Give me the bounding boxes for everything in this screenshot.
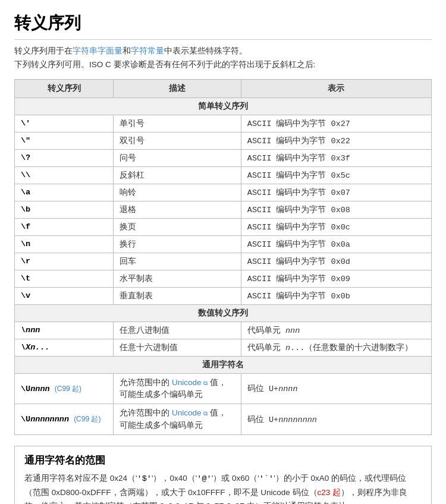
desc-cell: 任意十六进制值 xyxy=(114,339,241,356)
ucn-range-body: 若通用字符名对应不是 0x24（''$''），0x40（''@''）或 0x60… xyxy=(24,472,422,504)
ucn-desc-2: 允许范围中的 Unicode ⧉ 值，可能生成多个编码单元 xyxy=(120,407,235,431)
desc-cell: 双引号 xyxy=(114,132,241,149)
repr-cell: 代码单元 nnn xyxy=(241,322,431,339)
desc-cell: 响铃 xyxy=(114,184,241,201)
table-row: \" 双引号 ASCII 编码中为字节 0x22 xyxy=(15,132,432,149)
desc-cell: 回车 xyxy=(114,253,241,270)
desc-cell: 水平制表 xyxy=(114,270,241,287)
col-header-repr: 表示 xyxy=(241,79,431,97)
desc-cell: 任意八进制值 xyxy=(114,322,241,339)
repr-cell: 码位 U+nnnn xyxy=(241,373,431,404)
intro-link-string-literal[interactable]: 字符串字面量 xyxy=(73,46,123,55)
desc-cell: 垂直制表 xyxy=(114,287,241,304)
seq-cell: \t xyxy=(15,270,114,287)
repr-cell: ASCII 编码中为字节 0x22 xyxy=(241,132,431,149)
col-header-sequence: 转义序列 xyxy=(15,79,114,97)
repr-cell: 码位 U+nnnnnnnn xyxy=(241,404,431,435)
repr-cell: ASCII 编码中为字节 0x5c xyxy=(241,166,431,184)
seq-cell: \Xn... xyxy=(15,339,114,356)
seq-cell: \Unnnn (C99 起) xyxy=(15,373,114,404)
external-icon-1: ⧉ xyxy=(203,380,208,386)
table-row: \a 响铃 ASCII 编码中为字节 0x07 xyxy=(15,184,432,201)
desc-cell: 单引号 xyxy=(114,115,241,132)
ucn-range-title: 通用字符名的范围 xyxy=(24,453,422,467)
repr-cell: ASCII 编码中为字节 0x0a xyxy=(241,235,431,253)
seq-cell: \b xyxy=(15,201,114,218)
repr-cell: ASCII 编码中为字节 0x07 xyxy=(241,184,431,201)
table-row: \Unnnn (C99 起) 允许范围中的 Unicode ⧉ 值，可能生成多个… xyxy=(15,373,432,404)
intro-text-1: 转义序列用于在 xyxy=(14,46,73,55)
table-row: \f 换页 ASCII 编码中为字节 0x0c xyxy=(15,218,432,235)
seq-u4: \Unnnn xyxy=(21,385,50,393)
desc-cell: 反斜杠 xyxy=(114,166,241,184)
c23-badge: c23 起 xyxy=(318,488,341,497)
col-header-desc: 描述 xyxy=(114,79,241,97)
c99-badge-1: (C99 起) xyxy=(55,385,81,393)
table-row: \t 水平制表 ASCII 编码中为字节 0x09 xyxy=(15,270,432,287)
intro-text-end: 中表示某些特殊字符。 xyxy=(164,46,247,55)
unicode-link-1[interactable]: Unicode xyxy=(172,378,202,387)
seq-cell: \a xyxy=(15,184,114,201)
table-row: \nnn 任意八进制值 代码单元 nnn xyxy=(15,322,432,339)
seq-cell: \" xyxy=(15,132,114,149)
seq-cell: \\ xyxy=(15,166,114,184)
ucn-desc-1: 允许范围中的 Unicode ⧉ 值，可能生成多个编码单元 xyxy=(120,377,235,401)
repr-cell: ASCII 编码中为字节 0x0d xyxy=(241,253,431,270)
c99-badge-2: (C99 起) xyxy=(74,415,100,423)
page-title: 转义序列 xyxy=(14,12,432,40)
external-icon-2: ⧉ xyxy=(203,410,208,417)
table-row: \v 垂直制表 ASCII 编码中为字节 0x0b xyxy=(15,287,432,304)
section-ucn-label: 通用字符名 xyxy=(15,356,432,373)
table-row: \\ 反斜杠 ASCII 编码中为字节 0x5c xyxy=(15,166,432,184)
repr-cell: ASCII 编码中为字节 0x0b xyxy=(241,287,431,304)
section-numeric-label: 数值转义序列 xyxy=(15,304,432,322)
intro-text-2: 下列转义序列可用。ISO C 要求诊断是否有任何不列于此的字符出现于反斜杠之后: xyxy=(14,60,315,69)
seq-cell: \r xyxy=(15,253,114,270)
desc-cell: 允许范围中的 Unicode ⧉ 值，可能生成多个编码单元 xyxy=(114,404,241,435)
intro-text: 转义序列用于在字符串字面量和字符常量中表示某些特殊字符。 下列转义序列可用。IS… xyxy=(14,45,432,72)
desc-cell: 问号 xyxy=(114,149,241,166)
ucn-range-section: 通用字符名的范围 若通用字符名对应不是 0x24（''$''），0x40（''@… xyxy=(14,446,432,504)
seq-cell: \Unnnnnnnn (C99 起) xyxy=(15,404,114,435)
escape-sequence-table: 转义序列 描述 表示 简单转义序列 \' 单引号 ASCII 编码中为字节 0x… xyxy=(14,79,432,435)
table-row: \' 单引号 ASCII 编码中为字节 0x27 xyxy=(15,115,432,132)
section-ucn: 通用字符名 xyxy=(15,356,432,373)
table-row: \Unnnnnnnn (C99 起) 允许范围中的 Unicode ⧉ 值，可能… xyxy=(15,404,432,435)
repr-cell: ASCII 编码中为字节 0x09 xyxy=(241,270,431,287)
seq-cell: \' xyxy=(15,115,114,132)
section-numeric: 数值转义序列 xyxy=(15,304,432,322)
seq-u8: \Unnnnnnnn xyxy=(21,415,69,424)
repr-cell: ASCII 编码中为字节 0x08 xyxy=(241,201,431,218)
repr-cell: 代码单元 n...（任意数量的十六进制数字） xyxy=(241,339,431,356)
desc-cell: 换行 xyxy=(114,235,241,253)
section-simple-label: 简单转义序列 xyxy=(15,97,432,115)
intro-link-char-const[interactable]: 字符常量 xyxy=(131,46,164,55)
table-row: \b 退格 ASCII 编码中为字节 0x08 xyxy=(15,201,432,218)
seq-cell: \f xyxy=(15,218,114,235)
table-row: \Xn... 任意十六进制值 代码单元 n...（任意数量的十六进制数字） xyxy=(15,339,432,356)
repr-cell: ASCII 编码中为字节 0x0c xyxy=(241,218,431,235)
table-row: \n 换行 ASCII 编码中为字节 0x0a xyxy=(15,235,432,253)
section-simple: 简单转义序列 xyxy=(15,97,432,115)
desc-cell: 退格 xyxy=(114,201,241,218)
repr-cell: ASCII 编码中为字节 0x27 xyxy=(241,115,431,132)
seq-cell: \v xyxy=(15,287,114,304)
unicode-link-2[interactable]: Unicode xyxy=(172,408,202,417)
repr-cell: ASCII 编码中为字节 0x3f xyxy=(241,149,431,166)
seq-cell: \n xyxy=(15,235,114,253)
desc-cell: 换页 xyxy=(114,218,241,235)
intro-and: 和 xyxy=(123,46,131,55)
seq-cell: \nnn xyxy=(15,322,114,339)
seq-cell: \? xyxy=(15,149,114,166)
desc-cell: 允许范围中的 Unicode ⧉ 值，可能生成多个编码单元 xyxy=(114,373,241,404)
table-row: \? 问号 ASCII 编码中为字节 0x3f xyxy=(15,149,432,166)
table-row: \r 回车 ASCII 编码中为字节 0x0d xyxy=(15,253,432,270)
